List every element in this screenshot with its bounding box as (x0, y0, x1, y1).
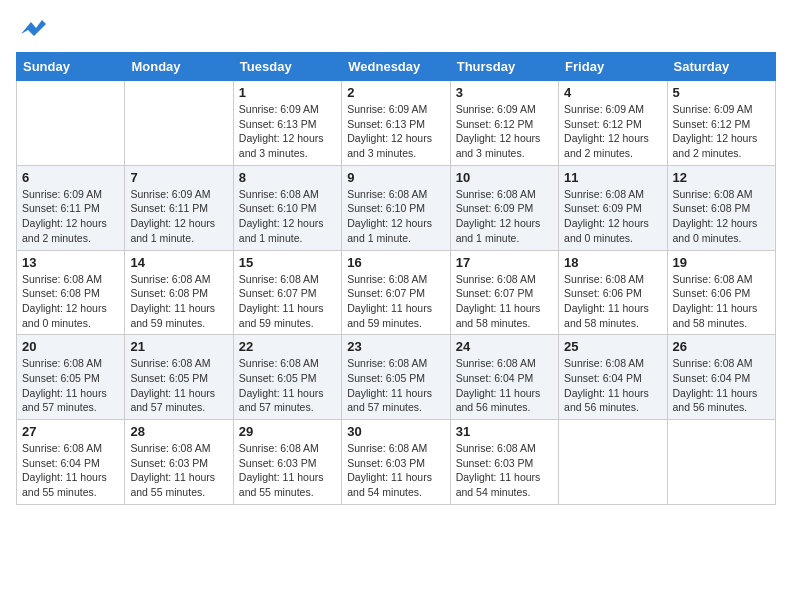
day-number: 8 (239, 170, 336, 185)
calendar-week-row: 1Sunrise: 6:09 AMSunset: 6:13 PMDaylight… (17, 81, 776, 166)
day-of-week-header: Monday (125, 53, 233, 81)
day-number: 24 (456, 339, 553, 354)
day-info: Sunrise: 6:08 AMSunset: 6:03 PMDaylight:… (239, 441, 336, 500)
logo-icon (16, 16, 46, 40)
calendar-day-cell: 21Sunrise: 6:08 AMSunset: 6:05 PMDayligh… (125, 335, 233, 420)
page-header (16, 16, 776, 40)
calendar-day-cell: 29Sunrise: 6:08 AMSunset: 6:03 PMDayligh… (233, 420, 341, 505)
day-info: Sunrise: 6:08 AMSunset: 6:09 PMDaylight:… (564, 187, 661, 246)
day-number: 19 (673, 255, 770, 270)
day-number: 20 (22, 339, 119, 354)
day-of-week-header: Tuesday (233, 53, 341, 81)
calendar-day-cell: 3Sunrise: 6:09 AMSunset: 6:12 PMDaylight… (450, 81, 558, 166)
day-number: 17 (456, 255, 553, 270)
day-number: 29 (239, 424, 336, 439)
day-info: Sunrise: 6:08 AMSunset: 6:06 PMDaylight:… (564, 272, 661, 331)
calendar-week-row: 27Sunrise: 6:08 AMSunset: 6:04 PMDayligh… (17, 420, 776, 505)
calendar-day-cell: 2Sunrise: 6:09 AMSunset: 6:13 PMDaylight… (342, 81, 450, 166)
day-info: Sunrise: 6:08 AMSunset: 6:03 PMDaylight:… (456, 441, 553, 500)
day-info: Sunrise: 6:08 AMSunset: 6:08 PMDaylight:… (130, 272, 227, 331)
day-info: Sunrise: 6:08 AMSunset: 6:06 PMDaylight:… (673, 272, 770, 331)
day-info: Sunrise: 6:08 AMSunset: 6:03 PMDaylight:… (347, 441, 444, 500)
day-number: 22 (239, 339, 336, 354)
calendar-day-cell: 6Sunrise: 6:09 AMSunset: 6:11 PMDaylight… (17, 165, 125, 250)
day-info: Sunrise: 6:08 AMSunset: 6:07 PMDaylight:… (456, 272, 553, 331)
day-of-week-header: Saturday (667, 53, 775, 81)
day-info: Sunrise: 6:09 AMSunset: 6:13 PMDaylight:… (347, 102, 444, 161)
day-number: 10 (456, 170, 553, 185)
calendar-day-cell: 23Sunrise: 6:08 AMSunset: 6:05 PMDayligh… (342, 335, 450, 420)
day-number: 14 (130, 255, 227, 270)
day-info: Sunrise: 6:08 AMSunset: 6:07 PMDaylight:… (347, 272, 444, 331)
day-info: Sunrise: 6:08 AMSunset: 6:04 PMDaylight:… (673, 356, 770, 415)
day-number: 6 (22, 170, 119, 185)
calendar-day-cell: 22Sunrise: 6:08 AMSunset: 6:05 PMDayligh… (233, 335, 341, 420)
day-info: Sunrise: 6:08 AMSunset: 6:05 PMDaylight:… (22, 356, 119, 415)
calendar-day-cell: 9Sunrise: 6:08 AMSunset: 6:10 PMDaylight… (342, 165, 450, 250)
day-info: Sunrise: 6:08 AMSunset: 6:09 PMDaylight:… (456, 187, 553, 246)
day-info: Sunrise: 6:08 AMSunset: 6:04 PMDaylight:… (456, 356, 553, 415)
calendar-week-row: 6Sunrise: 6:09 AMSunset: 6:11 PMDaylight… (17, 165, 776, 250)
day-number: 13 (22, 255, 119, 270)
day-number: 7 (130, 170, 227, 185)
day-number: 9 (347, 170, 444, 185)
calendar-day-cell: 30Sunrise: 6:08 AMSunset: 6:03 PMDayligh… (342, 420, 450, 505)
day-number: 28 (130, 424, 227, 439)
calendar-day-cell: 19Sunrise: 6:08 AMSunset: 6:06 PMDayligh… (667, 250, 775, 335)
day-number: 16 (347, 255, 444, 270)
day-info: Sunrise: 6:08 AMSunset: 6:08 PMDaylight:… (673, 187, 770, 246)
calendar-day-cell: 1Sunrise: 6:09 AMSunset: 6:13 PMDaylight… (233, 81, 341, 166)
calendar-day-cell: 10Sunrise: 6:08 AMSunset: 6:09 PMDayligh… (450, 165, 558, 250)
calendar-day-cell: 16Sunrise: 6:08 AMSunset: 6:07 PMDayligh… (342, 250, 450, 335)
calendar-day-cell (559, 420, 667, 505)
day-number: 12 (673, 170, 770, 185)
day-info: Sunrise: 6:09 AMSunset: 6:12 PMDaylight:… (564, 102, 661, 161)
day-info: Sunrise: 6:08 AMSunset: 6:08 PMDaylight:… (22, 272, 119, 331)
calendar-day-cell (17, 81, 125, 166)
day-info: Sunrise: 6:08 AMSunset: 6:04 PMDaylight:… (564, 356, 661, 415)
calendar-week-row: 20Sunrise: 6:08 AMSunset: 6:05 PMDayligh… (17, 335, 776, 420)
day-info: Sunrise: 6:09 AMSunset: 6:11 PMDaylight:… (130, 187, 227, 246)
day-number: 26 (673, 339, 770, 354)
calendar-day-cell: 27Sunrise: 6:08 AMSunset: 6:04 PMDayligh… (17, 420, 125, 505)
day-of-week-header: Wednesday (342, 53, 450, 81)
day-number: 27 (22, 424, 119, 439)
calendar-day-cell: 15Sunrise: 6:08 AMSunset: 6:07 PMDayligh… (233, 250, 341, 335)
calendar-day-cell: 14Sunrise: 6:08 AMSunset: 6:08 PMDayligh… (125, 250, 233, 335)
day-info: Sunrise: 6:08 AMSunset: 6:10 PMDaylight:… (239, 187, 336, 246)
day-info: Sunrise: 6:08 AMSunset: 6:03 PMDaylight:… (130, 441, 227, 500)
calendar-day-cell: 17Sunrise: 6:08 AMSunset: 6:07 PMDayligh… (450, 250, 558, 335)
calendar-day-cell: 28Sunrise: 6:08 AMSunset: 6:03 PMDayligh… (125, 420, 233, 505)
day-info: Sunrise: 6:09 AMSunset: 6:11 PMDaylight:… (22, 187, 119, 246)
calendar-day-cell (667, 420, 775, 505)
calendar-day-cell: 13Sunrise: 6:08 AMSunset: 6:08 PMDayligh… (17, 250, 125, 335)
day-number: 23 (347, 339, 444, 354)
calendar-day-cell: 26Sunrise: 6:08 AMSunset: 6:04 PMDayligh… (667, 335, 775, 420)
day-number: 30 (347, 424, 444, 439)
day-of-week-header: Thursday (450, 53, 558, 81)
calendar-day-cell: 24Sunrise: 6:08 AMSunset: 6:04 PMDayligh… (450, 335, 558, 420)
day-info: Sunrise: 6:09 AMSunset: 6:12 PMDaylight:… (456, 102, 553, 161)
day-number: 4 (564, 85, 661, 100)
day-number: 18 (564, 255, 661, 270)
day-info: Sunrise: 6:08 AMSunset: 6:07 PMDaylight:… (239, 272, 336, 331)
calendar-day-cell: 18Sunrise: 6:08 AMSunset: 6:06 PMDayligh… (559, 250, 667, 335)
day-info: Sunrise: 6:09 AMSunset: 6:13 PMDaylight:… (239, 102, 336, 161)
calendar-day-cell (125, 81, 233, 166)
calendar-day-cell: 7Sunrise: 6:09 AMSunset: 6:11 PMDaylight… (125, 165, 233, 250)
day-info: Sunrise: 6:08 AMSunset: 6:05 PMDaylight:… (239, 356, 336, 415)
day-number: 11 (564, 170, 661, 185)
calendar-day-cell: 4Sunrise: 6:09 AMSunset: 6:12 PMDaylight… (559, 81, 667, 166)
day-number: 3 (456, 85, 553, 100)
calendar-day-cell: 20Sunrise: 6:08 AMSunset: 6:05 PMDayligh… (17, 335, 125, 420)
day-info: Sunrise: 6:08 AMSunset: 6:10 PMDaylight:… (347, 187, 444, 246)
day-info: Sunrise: 6:08 AMSunset: 6:04 PMDaylight:… (22, 441, 119, 500)
day-of-week-header: Sunday (17, 53, 125, 81)
day-number: 21 (130, 339, 227, 354)
day-info: Sunrise: 6:08 AMSunset: 6:05 PMDaylight:… (130, 356, 227, 415)
calendar-day-cell: 31Sunrise: 6:08 AMSunset: 6:03 PMDayligh… (450, 420, 558, 505)
calendar-day-cell: 11Sunrise: 6:08 AMSunset: 6:09 PMDayligh… (559, 165, 667, 250)
calendar-table: SundayMondayTuesdayWednesdayThursdayFrid… (16, 52, 776, 505)
day-of-week-header: Friday (559, 53, 667, 81)
calendar-day-cell: 12Sunrise: 6:08 AMSunset: 6:08 PMDayligh… (667, 165, 775, 250)
